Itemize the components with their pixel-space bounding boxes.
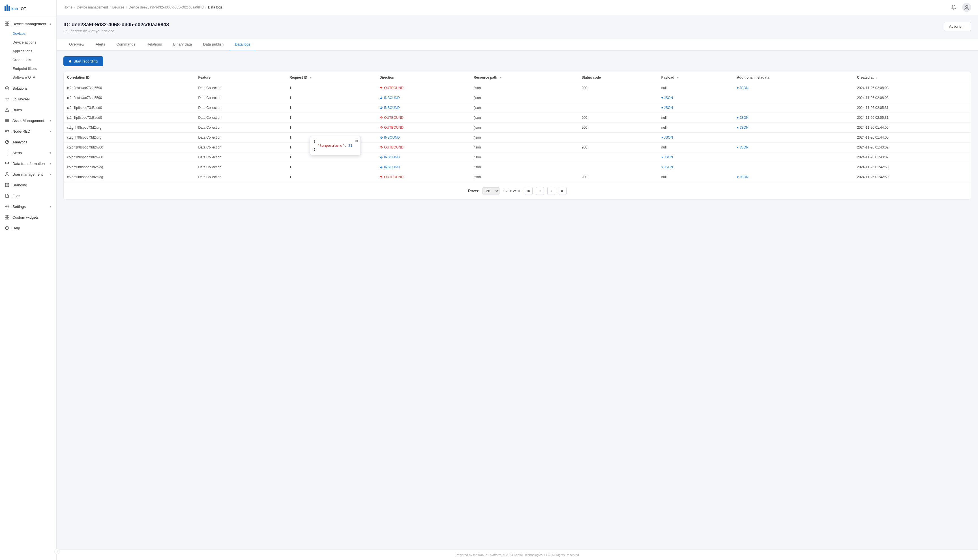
sidebar-item-widgets-label: Custom widgets [12, 215, 38, 220]
cell-request-id: 1 [286, 162, 376, 172]
sidebar-item-alerts-label: Alerts [12, 151, 22, 155]
start-recording-label: Start recording [73, 59, 98, 63]
payload-json-link[interactable]: ▾ JSON [661, 106, 673, 110]
breadcrumb-devices[interactable]: Devices [112, 5, 125, 9]
prev-page-button[interactable]: ‹ [536, 187, 544, 195]
cell-request-id: 1 [286, 83, 376, 93]
sidebar-item-software-ota[interactable]: Software OTA [0, 73, 56, 82]
next-page-button[interactable]: › [547, 187, 555, 195]
cell-direction: OUTBOUND [376, 83, 470, 93]
notification-icon[interactable] [950, 3, 958, 11]
cell-created-at: 2024-11-26 01:42:50 [853, 162, 971, 172]
sidebar-group-device-management[interactable]: Device management ▲ [0, 18, 56, 29]
table-row: ct2h1ip8spoc73d3sud0 Data Collection 1 I… [63, 103, 971, 113]
cell-feature: Data Collection [195, 93, 286, 103]
actions-button[interactable]: Actions ⋮ [944, 22, 971, 31]
metadata-json-link[interactable]: ▾ JSON [737, 145, 748, 149]
cell-additional-metadata [733, 133, 853, 143]
rows-label: Rows: [468, 188, 479, 193]
tabs-container: Overview Alerts Commands Relations Binar… [57, 39, 978, 51]
sidebar-item-device-actions[interactable]: Device actions [0, 38, 56, 47]
sidebar-item-devices[interactable]: Devices [0, 29, 56, 38]
metadata-json-link[interactable]: ▾ JSON [737, 175, 748, 179]
cell-feature: Data Collection [195, 83, 286, 93]
last-page-button[interactable]: ⏭ [559, 187, 567, 195]
metadata-json-link[interactable]: ▾ JSON [737, 86, 748, 90]
files-icon [5, 193, 10, 198]
sidebar-group-solutions[interactable]: Solutions [0, 83, 56, 93]
payload-json-link[interactable]: ▾ JSON [661, 135, 673, 140]
cell-additional-metadata [733, 152, 853, 162]
start-recording-button[interactable]: Start recording [63, 56, 103, 66]
direction-label: OUTBOUND [379, 125, 467, 130]
sidebar-group-branding[interactable]: Branding [0, 180, 56, 190]
sidebar-group-asset-management[interactable]: Asset Management ▼ [0, 115, 56, 126]
payload-json-link[interactable]: ▾ JSON [661, 96, 673, 100]
sidebar-item-endpoint-filters[interactable]: Endpoint filters [0, 64, 56, 73]
cell-created-at: 2024-11-26 01:44:05 [853, 133, 971, 143]
device-info: ID: dee23a9f-9d32-4068-b305-c02cd0aa9843… [63, 22, 169, 33]
tab-alerts[interactable]: Alerts [90, 39, 111, 50]
payload-json-link[interactable]: ▾ JSON [661, 155, 673, 159]
sidebar: kaa IOT Device management ▲ Devices Devi… [0, 0, 57, 560]
tab-data-logs[interactable]: Data logs [229, 39, 256, 50]
chevron-down-icon-2: ▼ [49, 130, 52, 133]
sidebar-group-data-transformation[interactable]: Data transformation ▼ [0, 158, 56, 169]
cell-feature: Data Collection [195, 113, 286, 123]
avatar[interactable] [962, 3, 971, 12]
sidebar-collapse-button[interactable]: ‹ [54, 549, 57, 554]
resource-path-filter-icon[interactable]: ▼ [499, 76, 502, 79]
tab-relations[interactable]: Relations [141, 39, 167, 50]
svg-rect-2 [8, 6, 10, 11]
table-wrapper: Correlation ID Feature Request ID ▼ Dire… [63, 72, 971, 182]
created-at-filter-icon[interactable]: ↓ [876, 76, 877, 79]
cell-correlation-id: ct2h1ip8spoc73d3sud0 [63, 103, 195, 113]
metadata-json-link[interactable]: ▾ JSON [737, 125, 748, 130]
sidebar-group-custom-widgets[interactable]: Custom widgets [0, 212, 56, 223]
cell-correlation-id: ct2h2ostsvac73aa5590 [63, 83, 195, 93]
svg-marker-11 [5, 108, 9, 112]
sidebar-item-lorawan-label: LoRaWAN [12, 97, 30, 101]
json-key-temperature: "temperature": 21 [314, 144, 352, 148]
payload-filter-icon[interactable]: ▼ [676, 76, 679, 79]
cell-resource-path: /json [470, 93, 578, 103]
sidebar-group-analytics[interactable]: Analytics [0, 137, 56, 147]
tab-overview[interactable]: Overview [63, 39, 90, 50]
sidebar-item-user-label: User management [12, 172, 43, 177]
breadcrumb-home[interactable]: Home [63, 5, 72, 9]
sidebar-group-help[interactable]: ? Help [0, 223, 56, 233]
sidebar-item-nodered-label: Node-RED [12, 129, 30, 133]
sidebar-item-credentials[interactable]: Credentials [0, 55, 56, 64]
table-row: ct2gn1h8spoc73d2hv00 Data Collection 1 O… [63, 143, 971, 152]
cell-status-code [578, 93, 658, 103]
tab-binary-data[interactable]: Binary data [167, 39, 197, 50]
breadcrumb-device-management[interactable]: Device management [77, 5, 108, 9]
cell-created-at: 2024-11-26 01:43:02 [853, 143, 971, 152]
breadcrumb-device-id[interactable]: Device dee23a9f-9d32-4068-b305-c02cd0aa9… [129, 5, 204, 9]
first-page-button[interactable]: ⏮ [525, 187, 532, 195]
cell-payload: ▾ JSON [658, 162, 733, 172]
svg-rect-8 [7, 24, 9, 26]
device-subtitle: 360 degree view of your device [63, 29, 169, 33]
svg-rect-22 [7, 217, 9, 219]
payload-json-link[interactable]: ▾ JSON [661, 165, 673, 169]
metadata-json-link[interactable]: ▾ JSON [737, 116, 748, 120]
cell-direction: INBOUND [376, 162, 470, 172]
tab-data-publish[interactable]: Data publish [197, 39, 229, 50]
sidebar-group-nodered[interactable]: Node-RED ▼ [0, 126, 56, 137]
sidebar-group-lorawan[interactable]: LoRaWAN [0, 93, 56, 104]
rows-per-page-select[interactable]: 10 20 50 100 [482, 187, 499, 195]
sidebar-group-rules[interactable]: Rules [0, 104, 56, 115]
cell-additional-metadata [733, 103, 853, 113]
sidebar-item-applications[interactable]: Applications [0, 47, 56, 55]
col-additional-metadata: Additional metadata [733, 72, 853, 83]
sidebar-logo[interactable]: kaa IOT [0, 0, 56, 17]
request-id-filter-icon[interactable]: ▼ [309, 76, 312, 79]
sidebar-group-files[interactable]: Files [0, 190, 56, 201]
copy-icon[interactable]: ⧉ [355, 138, 358, 143]
sidebar-group-alerts[interactable]: Alerts ▼ [0, 147, 56, 158]
tab-commands[interactable]: Commands [111, 39, 141, 50]
sidebar-group-settings[interactable]: Settings ▼ [0, 201, 56, 212]
direction-label: OUTBOUND [379, 86, 467, 90]
sidebar-group-user-management[interactable]: User management ▼ [0, 169, 56, 180]
